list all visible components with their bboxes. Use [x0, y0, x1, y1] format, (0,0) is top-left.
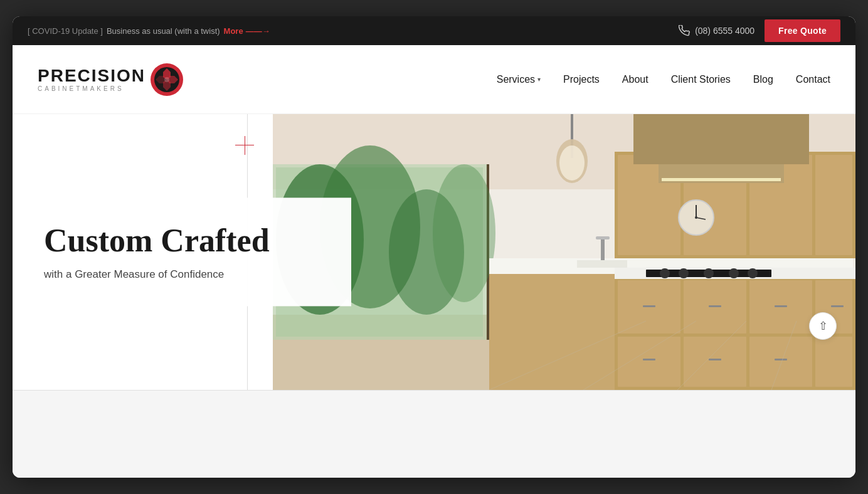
site-header: PRECISION CABINETMAKERS Services ▾ — [13, 45, 855, 114]
svg-rect-46 — [775, 305, 787, 307]
svg-rect-48 — [643, 359, 655, 360]
phone-icon — [679, 25, 690, 36]
hero-heading: Custom Crafted — [44, 223, 320, 258]
nav-item-services[interactable]: Services ▾ — [497, 74, 541, 85]
svg-rect-42 — [815, 337, 852, 387]
svg-point-58 — [729, 268, 739, 278]
nav-blog-label: Blog — [753, 74, 773, 85]
svg-rect-28 — [489, 274, 615, 390]
more-arrow: ——→ — [246, 26, 270, 36]
below-fold-area — [13, 390, 855, 478]
nav-client-stories-label: Client Stories — [671, 74, 731, 85]
nav-projects-label: Projects — [563, 74, 600, 85]
svg-point-59 — [748, 268, 758, 278]
svg-point-56 — [679, 268, 689, 278]
nav-item-blog[interactable]: Blog — [753, 74, 773, 85]
covid-prefix: [ COVID-19 Update ] — [28, 26, 103, 36]
logo-area[interactable]: PRECISION CABINETMAKERS — [38, 63, 183, 96]
announcement-bar: [ COVID-19 Update ] Business as usual (w… — [13, 16, 855, 45]
logo-brand: PRECISION — [38, 67, 146, 85]
nav-item-client-stories[interactable]: Client Stories — [671, 74, 731, 85]
nav-contact-label: Contact — [796, 74, 830, 85]
kitchen-scene-svg — [270, 114, 855, 390]
svg-point-62 — [559, 145, 585, 181]
phone-number: (08) 6555 4000 — [695, 26, 754, 36]
browser-frame: [ COVID-19 Update ] Business as usual (w… — [13, 16, 855, 478]
back-to-top-icon: ⇧ — [818, 319, 828, 333]
svg-rect-44 — [643, 305, 655, 307]
hero-content: Custom Crafted with a Greater Measure of… — [13, 197, 351, 306]
svg-rect-41 — [749, 337, 812, 387]
svg-rect-51 — [633, 114, 809, 164]
svg-rect-33 — [815, 155, 852, 255]
phone-area[interactable]: (08) 6555 4000 — [679, 25, 754, 36]
svg-rect-47 — [831, 305, 844, 307]
nav-services-label: Services — [497, 74, 535, 85]
more-link[interactable]: More ——→ — [224, 26, 270, 36]
svg-point-57 — [704, 268, 714, 278]
svg-rect-40 — [684, 337, 746, 387]
nav-about-label: About — [622, 74, 648, 85]
free-quote-button[interactable]: Free Quote — [765, 19, 840, 42]
logo-tagline: CABINETMAKERS — [38, 86, 146, 92]
svg-point-6 — [164, 77, 169, 82]
main-nav: Services ▾ Projects About Client Stories… — [497, 74, 830, 85]
svg-rect-69 — [577, 260, 627, 268]
hero-subheading: with a Greater Measure of Confidence — [44, 269, 320, 281]
svg-rect-39 — [618, 337, 680, 387]
announcement-right: (08) 6555 4000 Free Quote — [679, 19, 840, 42]
back-to-top-button[interactable]: ⇧ — [809, 312, 837, 340]
svg-rect-50 — [775, 359, 787, 360]
svg-rect-53 — [662, 178, 781, 181]
svg-rect-45 — [709, 305, 721, 307]
hero-section: Custom Crafted with a Greater Measure of… — [13, 114, 855, 390]
announcement-left: [ COVID-19 Update ] Business as usual (w… — [28, 26, 270, 36]
logo-text: PRECISION CABINETMAKERS — [38, 67, 146, 92]
svg-rect-68 — [596, 236, 610, 239]
nav-item-contact[interactable]: Contact — [796, 74, 830, 85]
nav-item-about[interactable]: About — [622, 74, 648, 85]
logo-icon — [151, 63, 183, 96]
chevron-down-icon: ▾ — [537, 76, 541, 83]
svg-point-55 — [660, 268, 670, 278]
svg-point-17 — [433, 164, 495, 302]
covid-message: Business as usual (with a twist) — [107, 26, 220, 36]
svg-rect-49 — [709, 359, 721, 360]
hero-image — [270, 114, 855, 390]
nav-item-projects[interactable]: Projects — [563, 74, 600, 85]
more-label: More — [224, 26, 243, 36]
